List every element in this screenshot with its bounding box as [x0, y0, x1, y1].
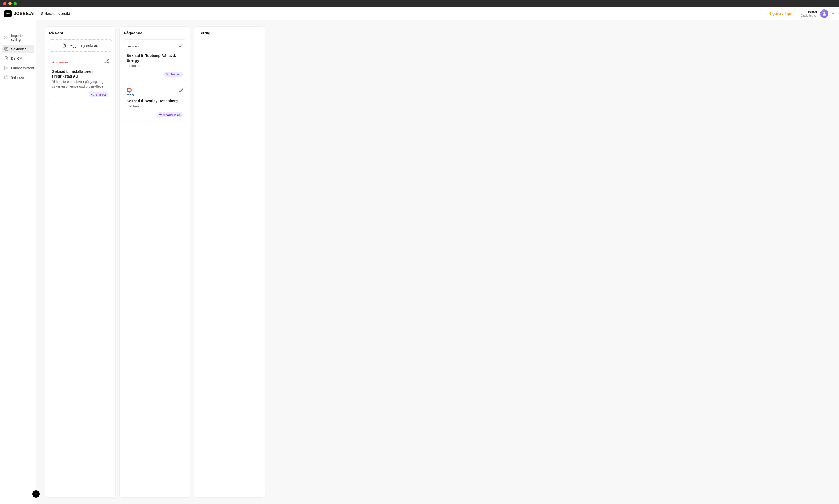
deadline-badge: Snarest [89, 92, 108, 97]
sidebar-item-label: Stillinger [11, 75, 24, 79]
file-plus-icon [62, 43, 66, 48]
brand-logo[interactable]: JOBBE.AI [4, 10, 35, 17]
sidebar-item-label: Importer stilling [11, 34, 32, 41]
sidebar-item-cv[interactable]: Din CV [2, 54, 34, 62]
column-title: På vent [48, 31, 112, 36]
deadline-text: 4 dager igjen [163, 113, 181, 116]
edit-icon [104, 58, 109, 63]
app-header: JOBBE.AI Søknadsoversikt 5 genereringer … [0, 7, 839, 20]
sidebar-item-import[interactable]: Importer stilling [2, 32, 34, 43]
sidebar-item-salary[interactable]: Lønnsassistent [2, 64, 34, 72]
user-tier: Gratis bruker [801, 14, 818, 17]
sidebar-item-label: Søknader [11, 47, 26, 51]
svg-point-1 [823, 12, 825, 14]
clock-icon [166, 73, 169, 76]
card-title: Søknad til Worley Rosenberg [127, 98, 183, 103]
deadline-text: Snarest [170, 73, 181, 76]
window-zoom-button[interactable] [14, 2, 17, 5]
collapse-sidebar-button[interactable] [32, 490, 40, 498]
svg-rect-3 [6, 36, 8, 37]
card-subtitle: Vi har store prosjekter på gang - og søk… [52, 79, 108, 89]
card-subtitle: Elektriker [127, 64, 183, 69]
generations-badge[interactable]: 5 genereringer [761, 10, 797, 17]
svg-rect-7 [5, 76, 8, 79]
edit-card-button[interactable] [179, 88, 184, 93]
application-card-toptemp[interactable]: TOPTEMPSøknad til Toptemp AS, avd. Energ… [123, 39, 187, 81]
clock-icon [91, 93, 94, 96]
application-card-installatoren[interactable]: InstallatørenSøknad til Installatøren Fr… [48, 55, 112, 101]
sidebar-item-listings[interactable]: Stillinger [2, 73, 34, 82]
svg-point-0 [7, 13, 8, 14]
sidebar: Importer stillingSøknaderDin CVLønnsassi… [0, 20, 36, 504]
column-title: Pågående [123, 31, 187, 36]
deadline-badge: Snarest [163, 72, 183, 77]
edit-icon [179, 42, 184, 48]
add-application-button[interactable]: Legg til ny søknad [48, 39, 112, 52]
edit-card-button[interactable] [179, 42, 184, 48]
edit-card-button[interactable] [104, 58, 109, 63]
column-done: Ferdig [194, 26, 265, 498]
card-title: Søknad til Toptemp AS, avd. Energy [127, 53, 183, 63]
svg-rect-5 [6, 38, 8, 39]
svg-rect-4 [5, 38, 6, 39]
clock-icon [159, 113, 162, 116]
brand-name: JOBBE.AI [14, 11, 35, 16]
edit-icon [179, 88, 184, 93]
window-minimize-button[interactable] [8, 2, 12, 5]
company-logo: TOPTEMP [127, 43, 183, 50]
application-card-worley[interactable]: worleySøknad til Worley RosenbergElektri… [123, 85, 187, 121]
sidebar-item-applications[interactable]: Søknader [2, 45, 34, 53]
column-title: Ferdig [197, 31, 262, 36]
deadline-badge: 4 dager igjen [157, 112, 183, 118]
deadline-text: Snarest [95, 93, 106, 96]
user-name: Petter [801, 10, 818, 14]
user-menu[interactable]: Petter Gratis bruker [801, 10, 835, 18]
kanban-board: På ventLegg til ny søknadInstallatørenSø… [36, 20, 839, 504]
company-logo: worley [127, 89, 183, 95]
brand-logo-mark [4, 10, 12, 17]
company-logo: Installatøren [52, 59, 108, 66]
sidebar-item-label: Din CV [11, 56, 22, 60]
chevron-left-icon [34, 492, 38, 496]
avatar [820, 10, 828, 18]
column-inprogress: PågåendeTOPTEMPSøknad til Toptemp AS, av… [119, 26, 190, 498]
svg-rect-2 [5, 36, 6, 37]
add-application-label: Legg til ny søknad [68, 43, 98, 48]
window-close-button[interactable] [3, 2, 6, 5]
sparkle-icon [764, 12, 768, 16]
window-titlebar [0, 0, 839, 7]
card-subtitle: Elektriker [127, 104, 183, 109]
column-pending: På ventLegg til ny søknadInstallatørenSø… [45, 26, 115, 498]
card-title: Søknad til Installatøren Fredrikstad AS [52, 69, 108, 78]
chevron-down-icon [831, 12, 835, 16]
generations-label: 5 genereringer [769, 12, 793, 16]
sidebar-item-label: Lønnsassistent [11, 66, 34, 70]
page-title: Søknadsoversikt [41, 11, 70, 16]
